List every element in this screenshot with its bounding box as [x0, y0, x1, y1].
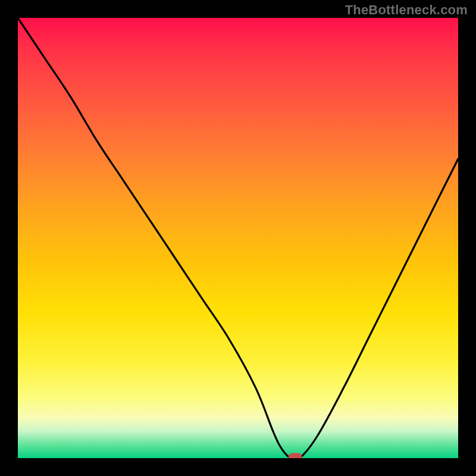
chart-container: TheBottleneck.com [0, 0, 476, 476]
plot-area [18, 18, 458, 458]
bottleneck-curve [18, 18, 458, 458]
optimal-point-marker [289, 453, 302, 458]
curve-path [18, 18, 458, 458]
watermark-text: TheBottleneck.com [345, 2, 468, 18]
